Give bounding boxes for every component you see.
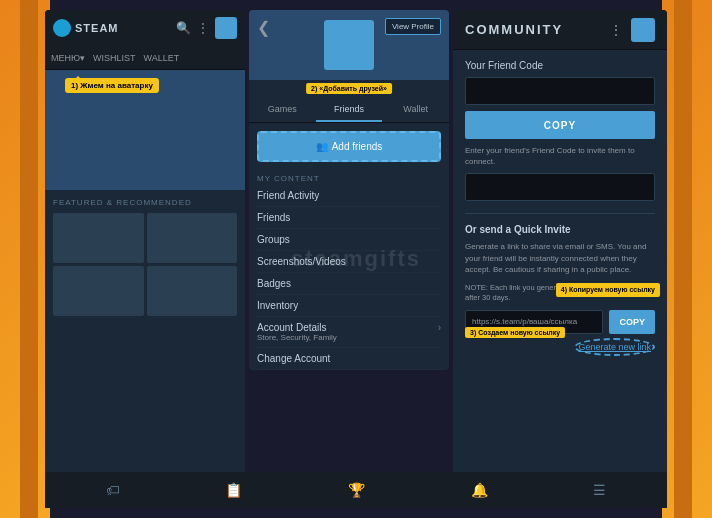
menu-friends[interactable]: Friends	[257, 207, 441, 229]
menu-screenshots[interactable]: Screenshots/Videos	[257, 251, 441, 273]
list-icon[interactable]: 📋	[225, 482, 242, 498]
step3-tooltip: 3) Создаем новую ссылку	[465, 327, 565, 338]
community-menu-icon[interactable]: ⋮	[609, 22, 623, 38]
friend-code-section: Your Friend Code COPY Enter your friend'…	[465, 60, 655, 201]
community-body: Your Friend Code COPY Enter your friend'…	[453, 50, 667, 472]
view-profile-button[interactable]: View Profile	[385, 18, 441, 35]
steam-header: STEAM 🔍 ⋮	[45, 10, 245, 46]
note-text: NOTE: Each link you generate will automa…	[465, 283, 655, 304]
step1-tooltip: 1) Жмем на аватарку	[65, 78, 159, 93]
menu-badges[interactable]: Badges	[257, 273, 441, 295]
back-button[interactable]: ❮	[257, 18, 270, 37]
gift-ribbon-right	[674, 0, 692, 518]
featured-section: FEATURED & RECOMMENDED	[45, 190, 245, 324]
steam-nav: МЕНЮ▾ WISHLIST WALLET	[45, 46, 245, 70]
my-content-label: MY CONTENT	[249, 170, 449, 185]
tab-friends[interactable]: Friends	[316, 98, 383, 122]
home-icon[interactable]: 🏷	[106, 482, 120, 498]
menu-account-details[interactable]: Account Details › Store, Security, Famil…	[257, 317, 441, 348]
menu-inventory[interactable]: Inventory	[257, 295, 441, 317]
profile-tabs: Games Friends Wallet	[249, 98, 449, 123]
steam-bottom-bar: 🏷 📋 🏆 🔔 ☰	[45, 472, 245, 508]
middle-panel: ❮ View Profile 2) «Добавить друзей» Game…	[249, 10, 449, 508]
menu-dots-icon[interactable]: ⋮	[197, 21, 209, 35]
copy-button[interactable]: COPY	[465, 111, 655, 139]
steam-logo-text: STEAM	[75, 22, 119, 34]
community-header: COMMUNITY ⋮	[453, 10, 667, 50]
menu-friend-activity[interactable]: Friend Activity	[257, 185, 441, 207]
featured-item	[147, 266, 238, 316]
add-friends-button[interactable]: 👥 Add friends	[257, 131, 441, 162]
enter-code-input[interactable]	[465, 173, 655, 201]
copy-link-button[interactable]: COPY	[609, 310, 655, 334]
featured-label: FEATURED & RECOMMENDED	[53, 198, 237, 207]
featured-item	[53, 213, 144, 263]
add-friends-label: Add friends	[332, 141, 383, 152]
menu-list: Friend Activity Friends Groups Screensho…	[249, 185, 449, 370]
featured-item	[147, 213, 238, 263]
step4-tooltip: 4) Копируем новую ссылку	[556, 283, 660, 297]
steam-icon	[53, 19, 71, 37]
menu-change-account[interactable]: Change Account	[257, 348, 441, 370]
arrow-icon: ›	[438, 322, 441, 333]
main-content: STEAM 🔍 ⋮ МЕНЮ▾ WISHLIST WALLET 1) Жмем …	[45, 10, 667, 508]
featured-grid	[53, 213, 237, 316]
gift-ribbon-left	[20, 0, 38, 518]
community-avatar[interactable]	[631, 18, 655, 42]
steam-header-icons: 🔍 ⋮	[176, 17, 237, 39]
avatar[interactable]	[215, 17, 237, 39]
generate-new-link-button[interactable]: Generate new link	[574, 338, 655, 356]
helper-text: Enter your friend's Friend Code to invit…	[465, 145, 655, 167]
friend-code-label: Your Friend Code	[465, 60, 655, 71]
community-panel: COMMUNITY ⋮ Your Friend Code COPY Enter …	[453, 10, 667, 508]
nav-wallet[interactable]: WALLET	[144, 53, 180, 63]
gen-link-row: 3) Создаем новую ссылку Generate new lin…	[465, 338, 655, 356]
quick-invite-text: Generate a link to share via email or SM…	[465, 241, 655, 275]
profile-popup: ❮ View Profile 2) «Добавить друзей» Game…	[249, 10, 449, 370]
friend-code-input[interactable]	[465, 77, 655, 105]
nav-menu[interactable]: МЕНЮ▾	[51, 53, 85, 63]
tab-games[interactable]: Games	[249, 98, 316, 122]
account-details-sub: Store, Security, Family	[257, 333, 441, 342]
community-title: COMMUNITY	[465, 22, 563, 37]
community-header-icons: ⋮	[609, 18, 655, 42]
featured-item	[53, 266, 144, 316]
profile-avatar	[324, 20, 374, 70]
quick-invite-section: Or send a Quick Invite Generate a link t…	[465, 224, 655, 356]
menu-groups[interactable]: Groups	[257, 229, 441, 251]
divider	[465, 213, 655, 214]
step2-tooltip: 2) «Добавить друзей»	[306, 83, 392, 94]
steam-panel: STEAM 🔍 ⋮ МЕНЮ▾ WISHLIST WALLET 1) Жмем …	[45, 10, 245, 508]
tab-wallet[interactable]: Wallet	[382, 98, 449, 122]
steam-hero: 1) Жмем на аватарку	[45, 70, 245, 190]
profile-header: ❮ View Profile	[249, 10, 449, 80]
quick-invite-label: Or send a Quick Invite	[465, 224, 655, 235]
nav-wishlist[interactable]: WISHLIST	[93, 53, 136, 63]
add-friends-icon: 👥	[316, 141, 328, 152]
steam-logo: STEAM	[53, 19, 119, 37]
search-icon[interactable]: 🔍	[176, 21, 191, 35]
